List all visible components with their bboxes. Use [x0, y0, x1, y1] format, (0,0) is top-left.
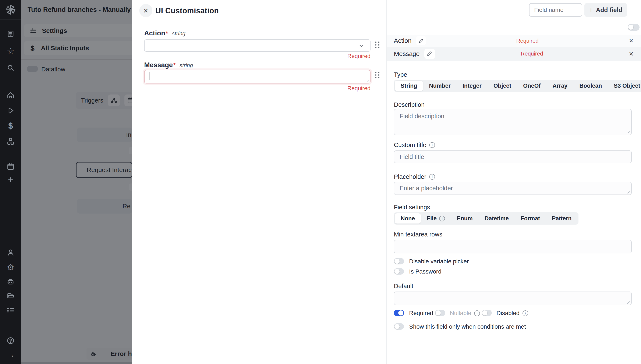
field-settings-panel: JSON editor i Action Required × Message …: [386, 0, 641, 364]
fs-option-datetime[interactable]: Datetime: [479, 213, 514, 224]
disabled-toggle-label-row: Disabled i: [496, 310, 528, 316]
type-option-number[interactable]: Number: [423, 81, 456, 91]
collapse-arrow-icon[interactable]: →: [0, 350, 21, 359]
info-icon: i: [439, 216, 445, 222]
runs-play-icon[interactable]: [0, 106, 21, 115]
conditions-toggle[interactable]: [394, 323, 404, 330]
field-row-status: Required: [521, 50, 543, 57]
info-icon[interactable]: i: [429, 174, 435, 180]
fs-option-pattern[interactable]: Pattern: [546, 213, 577, 224]
favorites-star-icon[interactable]: ☆: [0, 46, 21, 56]
fs-option-format[interactable]: Format: [515, 213, 546, 224]
required-toggle-label: Required: [409, 310, 433, 316]
star-glyph: ☆: [7, 47, 15, 55]
field-row-action[interactable]: Action Required ×: [387, 35, 641, 47]
action-field-type: string: [172, 30, 186, 37]
schedule-calendar-icon[interactable]: [0, 162, 21, 171]
type-option-object[interactable]: Object: [488, 81, 517, 91]
disable-variable-picker-toggle[interactable]: [394, 258, 404, 264]
list-icon[interactable]: [0, 306, 21, 314]
type-option-integer[interactable]: Integer: [457, 81, 487, 91]
robot-agent-icon[interactable]: [0, 277, 21, 286]
required-asterisk: *: [166, 30, 168, 37]
type-option-s3object[interactable]: S3 Object: [608, 81, 641, 91]
workspace-icon[interactable]: [0, 30, 21, 38]
json-editor-toggle[interactable]: [628, 24, 639, 31]
help-icon[interactable]: [0, 336, 21, 345]
remove-field-icon[interactable]: ×: [629, 49, 633, 58]
action-required-text: Required: [144, 53, 371, 60]
resize-handle-icon[interactable]: [366, 78, 369, 82]
nullable-toggle[interactable]: [435, 310, 445, 316]
action-select[interactable]: [144, 40, 371, 52]
nullable-toggle-label: Nullable: [450, 310, 471, 316]
billing-dollar-icon[interactable]: $: [0, 122, 21, 130]
type-option-boolean[interactable]: Boolean: [573, 81, 608, 91]
info-icon[interactable]: i: [474, 310, 480, 316]
message-field-label-row: Message * string: [144, 61, 193, 69]
field-row-name: Action: [394, 37, 411, 44]
required-toggle[interactable]: [394, 310, 404, 316]
type-option-oneof[interactable]: OneOf: [517, 81, 546, 91]
required-asterisk: *: [173, 62, 176, 69]
message-textarea[interactable]: [144, 70, 371, 84]
custom-title-label: Custom title: [394, 142, 426, 148]
placeholder-textarea[interactable]: [394, 182, 632, 195]
app-root: { "app": { "workflow_title": "Tuto Refun…: [0, 0, 641, 364]
default-label: Default: [394, 283, 413, 290]
add-plus-icon[interactable]: +: [0, 176, 21, 184]
rename-field-button[interactable]: [416, 36, 426, 45]
chevron-down-icon: [358, 43, 364, 49]
action-field-label: Action: [144, 29, 165, 37]
settings-gear-icon[interactable]: ⚙: [0, 263, 21, 272]
min-textarea-rows-label: Min textarea rows: [394, 231, 442, 238]
pencil-icon: [418, 38, 424, 44]
action-drag-handle[interactable]: [375, 42, 379, 48]
placeholder-label-row: Placeholder i: [394, 173, 435, 180]
info-icon[interactable]: i: [429, 142, 435, 148]
fs-option-file-label: File: [427, 215, 437, 222]
integrations-cubes-icon[interactable]: [0, 137, 21, 146]
is-password-label: Is Password: [409, 268, 441, 275]
message-field-type: string: [180, 62, 193, 69]
folder-icon[interactable]: [0, 292, 21, 300]
field-row-message[interactable]: Message Required ×: [387, 47, 641, 61]
custom-title-input[interactable]: [394, 150, 632, 163]
modal-title: UI Customisation: [155, 6, 219, 15]
message-drag-handle[interactable]: [375, 72, 379, 78]
modal-backdrop-overlay[interactable]: [21, 0, 132, 364]
type-option-string[interactable]: String: [395, 81, 423, 91]
disabled-toggle[interactable]: [482, 310, 492, 316]
ui-customisation-modal: × UI Customisation + Add field Action * …: [132, 0, 641, 364]
type-segmented-control: String Number Integer Object OneOf Array…: [394, 80, 641, 92]
close-icon: ×: [144, 6, 148, 15]
app-logo-icon[interactable]: [0, 4, 21, 15]
rename-field-button[interactable]: [424, 49, 435, 59]
default-textarea[interactable]: [394, 292, 632, 305]
disabled-toggle-label: Disabled: [496, 310, 519, 316]
remove-field-icon[interactable]: ×: [629, 36, 633, 45]
fs-option-enum[interactable]: Enum: [451, 213, 478, 224]
home-icon[interactable]: [0, 91, 21, 100]
sidebar-divider: [0, 82, 21, 82]
is-password-toggle[interactable]: [394, 268, 404, 274]
user-profile-icon[interactable]: [0, 248, 21, 257]
field-settings-label: Field settings: [394, 204, 430, 211]
fs-option-file[interactable]: Filei: [421, 213, 451, 224]
min-textarea-rows-input[interactable]: [394, 240, 632, 254]
fs-option-none[interactable]: None: [395, 213, 421, 224]
message-field-label: Message: [144, 61, 173, 69]
field-row-status: Required: [516, 38, 539, 44]
dollar-glyph: $: [8, 122, 13, 130]
arrow-right-glyph: →: [6, 350, 15, 359]
disable-variable-picker-label: Disable variable picker: [409, 258, 469, 265]
type-option-array[interactable]: Array: [547, 81, 573, 91]
description-textarea[interactable]: [394, 109, 632, 135]
search-icon[interactable]: [0, 64, 21, 72]
modal-close-button[interactable]: ×: [139, 4, 152, 17]
app-sidebar: ☆ $ + ⚙ →: [0, 0, 21, 364]
plus-glyph: +: [8, 176, 13, 184]
gear-glyph: ⚙: [7, 263, 15, 272]
info-icon[interactable]: i: [522, 310, 528, 316]
description-label: Description: [394, 101, 425, 108]
